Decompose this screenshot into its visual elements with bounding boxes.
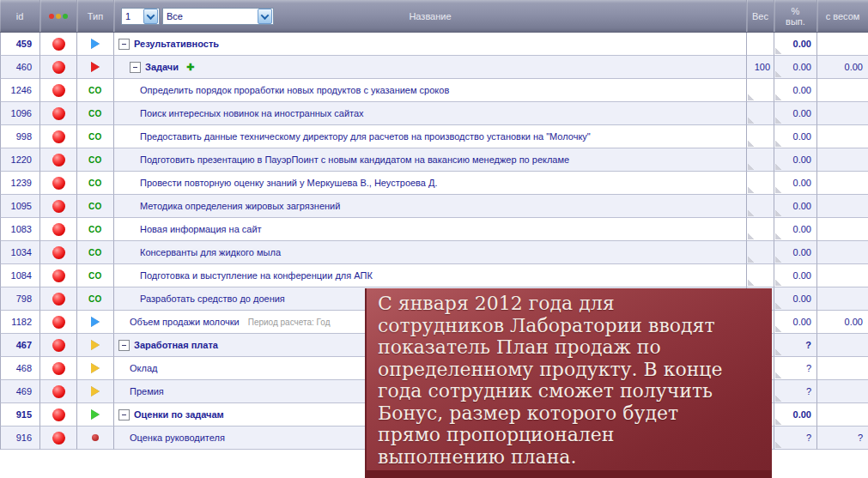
- cell-corner-mark: [775, 303, 781, 309]
- weight-cell[interactable]: [747, 172, 774, 195]
- name-cell[interactable]: Поиск интересных новинок на иностранных …: [114, 102, 747, 125]
- weight-cell[interactable]: [747, 102, 774, 125]
- status-red-icon: [52, 107, 65, 120]
- name-cell[interactable]: Предоставить данные техническому директо…: [114, 125, 747, 148]
- col-header-type: Тип: [77, 0, 114, 32]
- percent-cell[interactable]: 0.00: [774, 79, 817, 102]
- weight-cell[interactable]: [747, 125, 774, 148]
- weight-cell[interactable]: [747, 264, 774, 287]
- status-cell: [40, 125, 77, 148]
- table-row[interactable]: 459 Результативность 0.00: [0, 33, 868, 56]
- level-filter-dropdown[interactable]: 1: [121, 8, 160, 25]
- cell-corner-mark: [775, 164, 781, 170]
- cell-corner-mark: [775, 396, 781, 402]
- percent-cell[interactable]: ?: [774, 380, 817, 403]
- weight-cell[interactable]: 100: [747, 56, 774, 79]
- status-red-icon: [52, 154, 65, 166]
- status-red-icon: [52, 385, 65, 398]
- dropdown-button[interactable]: [143, 9, 158, 24]
- weighted-cell: [817, 102, 868, 125]
- weight-cell[interactable]: [747, 79, 774, 102]
- row-name-label: Подготовка и выступление на конференции …: [140, 270, 373, 281]
- percent-cell[interactable]: 0.00: [774, 172, 817, 195]
- name-cell[interactable]: Новая информация на сайт: [114, 218, 747, 241]
- status-red-icon: [52, 269, 65, 282]
- status-red-icon: [52, 200, 65, 213]
- percent-cell[interactable]: 0.00: [774, 287, 817, 311]
- status-red-icon: [52, 408, 65, 421]
- weight-cell[interactable]: [747, 218, 774, 241]
- percent-cell[interactable]: 0.00: [774, 148, 817, 172]
- co-type-label: СО: [88, 178, 102, 188]
- add-icon[interactable]: ✚: [186, 62, 194, 73]
- type-cell: СО: [77, 172, 114, 195]
- table-row[interactable]: 1084 СО Подготовка и выступление на конф…: [0, 264, 868, 287]
- table-row[interactable]: 460 Задачи✚ 100 0.00 0.00: [0, 56, 868, 79]
- row-id: 1246: [0, 79, 40, 102]
- name-cell[interactable]: Результативность: [114, 33, 747, 56]
- type-filter-value: Все: [163, 9, 257, 24]
- percent-cell[interactable]: 0.00: [774, 311, 817, 334]
- dropdown-button[interactable]: [258, 9, 272, 24]
- type-filter-dropdown[interactable]: Все: [162, 8, 274, 25]
- table-row[interactable]: 1096 СО Поиск интересных новинок на инос…: [0, 102, 868, 125]
- row-id: 998: [0, 125, 40, 148]
- row-name-label: Задачи: [145, 62, 179, 72]
- cell-corner-mark: [775, 48, 781, 54]
- collapse-toggle[interactable]: [118, 409, 130, 421]
- row-id: 1083: [0, 218, 40, 241]
- percent-cell[interactable]: 0.00: [774, 241, 817, 264]
- table-header: id Тип Название 1 Все Вес % вып. с весом: [0, 0, 868, 33]
- weighted-cell: [817, 357, 868, 380]
- collapse-toggle[interactable]: [130, 62, 141, 73]
- name-cell[interactable]: Подготовка и выступление на конференции …: [114, 264, 747, 287]
- name-cell[interactable]: Методика определения жировых загрязнений: [114, 195, 747, 218]
- name-cell[interactable]: Подготовить презентацию в ПауэрПоинт с н…: [114, 148, 747, 172]
- row-id: 1095: [0, 195, 40, 218]
- type-cell: СО: [77, 148, 114, 172]
- percent-cell[interactable]: 0.00: [774, 33, 817, 56]
- table-row[interactable]: 1034 СО Консерванты для жидкого мыла 0.0…: [0, 241, 868, 264]
- percent-cell[interactable]: 0.00: [774, 264, 817, 287]
- row-name-label: Определить порядок проработки новых прод…: [140, 85, 449, 95]
- row-id: 467: [0, 334, 40, 357]
- percent-cell[interactable]: 0.00: [774, 102, 817, 125]
- annotation-text: С января 2012 года для сотрудников Лабор…: [378, 293, 765, 468]
- percent-cell[interactable]: 0.00: [774, 56, 817, 79]
- co-type-label: СО: [88, 271, 102, 281]
- type-cell: СО: [77, 218, 114, 241]
- table-row[interactable]: 998 СО Предоставить данные техническому …: [0, 125, 868, 148]
- weight-cell[interactable]: [747, 33, 774, 56]
- percent-cell[interactable]: 0.00: [774, 125, 817, 148]
- weighted-cell: [817, 148, 868, 172]
- cell-corner-mark: [748, 257, 754, 263]
- type-cell: СО: [77, 287, 114, 311]
- name-cell[interactable]: Консерванты для жидкого мыла: [114, 241, 747, 264]
- percent-cell[interactable]: 0.00: [774, 195, 817, 218]
- name-cell[interactable]: Провести повторную оценку знаний у Мерку…: [114, 172, 747, 195]
- arrow-blue-icon: [91, 317, 100, 327]
- name-cell[interactable]: Определить порядок проработки новых прод…: [114, 79, 747, 102]
- weight-cell[interactable]: [747, 195, 774, 218]
- percent-cell[interactable]: ?: [774, 427, 817, 450]
- status-cell: [40, 241, 77, 264]
- cell-corner-mark: [775, 187, 781, 193]
- status-red-icon: [52, 246, 65, 259]
- collapse-toggle[interactable]: [118, 39, 130, 50]
- table-row[interactable]: 1239 СО Провести повторную оценку знаний…: [0, 172, 868, 195]
- name-cell[interactable]: Задачи✚: [114, 56, 747, 79]
- percent-cell[interactable]: 0.00: [774, 218, 817, 241]
- table-row[interactable]: 1095 СО Методика определения жировых заг…: [0, 195, 868, 218]
- collapse-toggle[interactable]: [118, 340, 130, 351]
- table-row[interactable]: 1220 СО Подготовить презентацию в ПауэрП…: [0, 148, 868, 172]
- row-id: 798: [0, 287, 40, 311]
- type-cell: СО: [77, 264, 114, 287]
- weight-cell[interactable]: [747, 241, 774, 264]
- percent-cell[interactable]: ?: [774, 357, 817, 380]
- percent-cell[interactable]: 0.00: [774, 403, 817, 427]
- table-row[interactable]: 1246 СО Определить порядок проработки но…: [0, 79, 868, 102]
- weight-cell[interactable]: [747, 148, 774, 172]
- weighted-cell: [817, 403, 868, 427]
- table-row[interactable]: 1083 СО Новая информация на сайт 0.00: [0, 218, 868, 241]
- percent-cell[interactable]: ?: [774, 334, 817, 357]
